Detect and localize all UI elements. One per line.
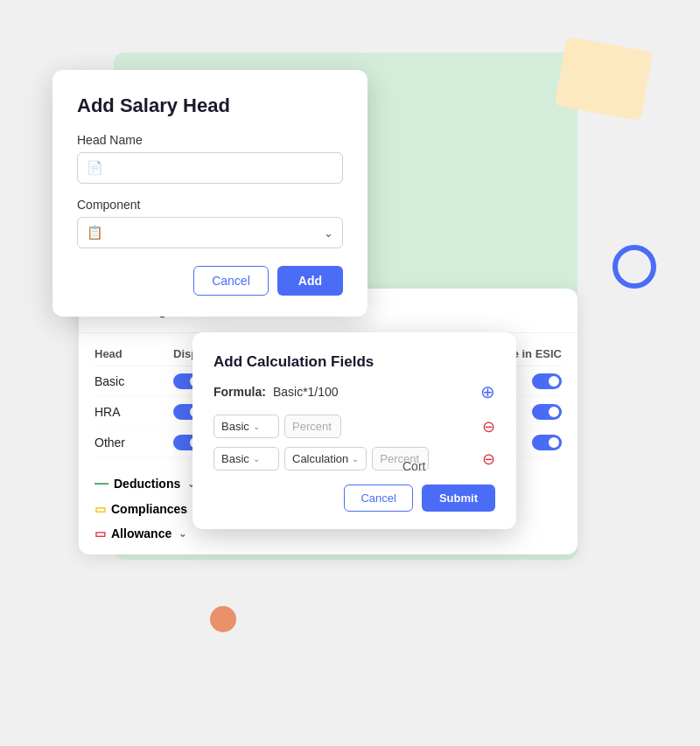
deductions-label: Deductions [114, 477, 180, 491]
calc-row2-chevron1-icon: ⌄ [253, 454, 260, 464]
calc-row1-select1-label: Basic [221, 420, 249, 433]
calc-row-2: Basic ⌄ Calculation ⌄ Percent ⊖ [214, 447, 495, 471]
compliances-label: Compliances [111, 502, 187, 516]
basic-esic-toggle[interactable] [532, 373, 562, 389]
calc-row2-select1[interactable]: Basic ⌄ [214, 447, 279, 471]
document-icon: 📄 [87, 160, 103, 176]
calc-row1-remove-icon[interactable]: ⊖ [482, 419, 495, 435]
add-salary-head-modal: Add Salary Head Head Name 📄 Component 📋 … [52, 70, 368, 317]
component-select[interactable]: 📋 ⌄ [77, 217, 343, 248]
modal-salary-actions: Cancel Add [77, 266, 343, 296]
hra-esic-toggle[interactable] [532, 404, 562, 420]
calc-row2-chevron2-icon: ⌄ [352, 454, 359, 464]
cancel-button[interactable]: Cancel [193, 266, 269, 296]
row-name-basic: Basic [94, 374, 173, 388]
component-icon: 📋 [87, 225, 103, 241]
head-name-label: Head Name [77, 133, 343, 147]
formula-value: Basic*1/100 [273, 385, 339, 399]
head-name-input[interactable] [110, 161, 333, 175]
formula-add-icon[interactable]: ⊕ [480, 383, 495, 401]
row-name-other: Other [94, 436, 173, 450]
allowance-label: Allowance [111, 526, 172, 540]
formula-label: Formula: [214, 385, 266, 399]
calc-row2-remove-icon[interactable]: ⊖ [482, 451, 495, 467]
modal-calc-actions: Cancel Submit [214, 485, 495, 512]
add-button[interactable]: Add [277, 266, 343, 296]
modal-calc-title: Add Calculation Fields [214, 353, 495, 371]
head-name-group: Head Name 📄 [77, 133, 343, 184]
calc-row2-select2-label: Calculation [292, 452, 348, 465]
calc-submit-button[interactable]: Submit [422, 485, 495, 512]
allowance-icon: ▭ [94, 526, 106, 540]
calc-row2-select1-label: Basic [221, 452, 249, 465]
calc-row1-select1[interactable]: Basic ⌄ [214, 415, 279, 438]
modal-salary-title: Add Salary Head [77, 94, 343, 117]
other-esic-toggle[interactable] [532, 435, 562, 450]
calc-cancel-button[interactable]: Cancel [344, 485, 412, 512]
background-circle-orange [210, 606, 236, 632]
add-calculation-fields-modal: Add Calculation Fields Formula: Basic*1/… [192, 332, 516, 529]
head-name-input-wrapper[interactable]: 📄 [77, 152, 343, 184]
allowance-chevron-icon: ⌄ [178, 528, 186, 540]
calc-row1-text: Percent [284, 415, 341, 438]
calc-row2-select2[interactable]: Calculation ⌄ [284, 447, 367, 471]
component-label: Component [77, 198, 343, 212]
background-circle-blue [612, 245, 656, 289]
component-group: Component 📋 ⌄ [77, 198, 343, 248]
row-name-hra: HRA [94, 405, 173, 419]
deductions-icon: — [94, 476, 108, 492]
cort-label: Cort [402, 459, 425, 473]
chevron-down-icon: ⌄ [324, 227, 333, 240]
calc-row1-chevron-icon: ⌄ [253, 422, 260, 431]
background-yellow-shape [555, 37, 653, 121]
formula-row: Formula: Basic*1/100 ⊕ [214, 383, 495, 401]
calc-row-1: Basic ⌄ Percent ⊖ [214, 415, 495, 438]
compliances-icon: ▭ [94, 502, 106, 516]
col-head-label: Head [94, 347, 173, 360]
